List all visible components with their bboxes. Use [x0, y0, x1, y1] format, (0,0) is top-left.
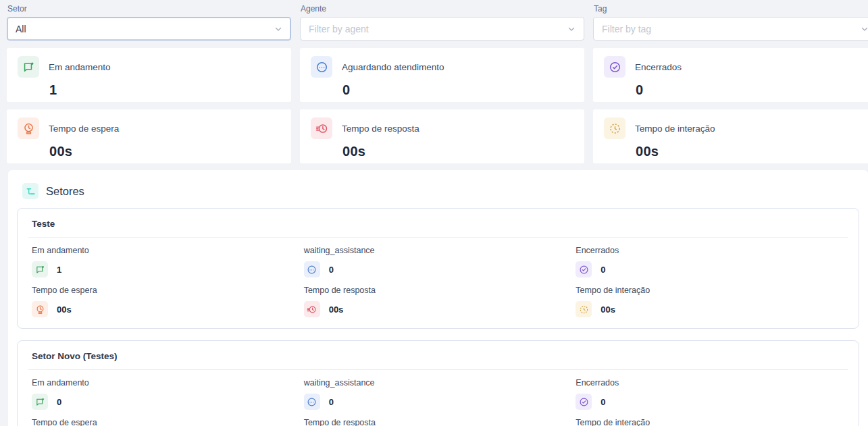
sector-card: TesteEm andamento1waiting_assistance0Enc… — [17, 208, 859, 329]
sector-stat-label: Tempo de resposta — [304, 418, 576, 426]
summary-card-label: Tempo de resposta — [342, 124, 419, 134]
sector-stat: waiting_assistance0 — [304, 370, 576, 410]
sector-stat: waiting_assistance0 — [304, 238, 576, 277]
summary-card-value: 00s — [636, 144, 867, 159]
sector-stat: Em andamento0 — [32, 370, 304, 410]
check-circle-icon — [576, 261, 592, 277]
sectors-title: Setores — [46, 185, 84, 198]
sector-stat: Tempo de interação00s — [576, 277, 848, 317]
check-circle-icon — [576, 394, 592, 410]
sector-stat-label: Em andamento — [32, 246, 304, 255]
summary-card-value: 00s — [49, 144, 280, 159]
chat-square-icon — [18, 56, 39, 78]
sector-stat-label: Encerrados — [576, 246, 848, 255]
sector-stat: Encerrados0 — [576, 370, 848, 410]
filter-tag-label: Tag — [594, 4, 868, 14]
waiting-dots-icon — [304, 394, 320, 410]
sector-stat-label: Tempo de espera — [32, 286, 304, 295]
summary-card-label: Encerrados — [635, 62, 682, 72]
sector-stat-label: Encerrados — [576, 378, 848, 388]
sector-stat-label: Tempo de resposta — [304, 286, 576, 295]
sector-stat: Encerrados0 — [576, 238, 848, 277]
sectors-flow-icon — [22, 183, 39, 199]
chevron-down-icon — [861, 25, 868, 33]
summary-card-label: Aguardando atendimento — [342, 62, 444, 72]
filters-row: Setor All Agente Filter by agent Tag Fil… — [0, 0, 868, 41]
sector-stat-label: Em andamento — [32, 378, 304, 388]
sector-stat-value: 00s — [601, 304, 615, 315]
sector-stat-value: 0 — [601, 397, 605, 407]
chevron-down-icon — [567, 25, 576, 33]
sector-stat-value: 0 — [329, 397, 334, 407]
chevron-down-icon — [274, 25, 282, 33]
sector-card-title: Teste — [28, 217, 848, 238]
sector-stat-label: waiting_assistance — [304, 378, 576, 388]
agente-select-placeholder: Filter by agent — [309, 24, 369, 34]
sector-card: Setor Novo (Testes)Em andamento0waiting_… — [17, 340, 859, 426]
summary-card-tempo-de-interacao: Tempo de interação00s — [593, 109, 868, 163]
clock-dashed-icon — [576, 301, 592, 317]
summary-card-value: 1 — [49, 82, 280, 98]
sector-stat: Em andamento1 — [32, 238, 304, 277]
dashboard-page: Setor All Agente Filter by agent Tag Fil… — [0, 0, 868, 426]
summary-card-label: Em andamento — [49, 62, 111, 72]
sector-stat: Tempo de resposta00s — [304, 410, 576, 426]
summary-card-aguardando-atendimento: Aguardando atendimento0 — [300, 48, 584, 102]
tag-select[interactable]: Filter by tag — [593, 17, 868, 41]
summary-cards-grid: Em andamento1Aguardando atendimento0Ence… — [0, 41, 868, 163]
chat-square-icon — [32, 261, 48, 277]
sector-stat-value: 0 — [329, 265, 334, 275]
agente-select[interactable]: Filter by agent — [300, 17, 584, 41]
sector-stat: Tempo de resposta00s — [304, 277, 576, 317]
filter-setor-label: Setor — [7, 4, 291, 14]
summary-card-value: 0 — [636, 82, 867, 98]
waiting-dots-icon — [311, 56, 332, 78]
filter-agente-label: Agente — [301, 4, 584, 14]
filter-tag: Tag Filter by tag — [593, 4, 868, 41]
summary-card-encerrados: Encerrados0 — [593, 48, 868, 102]
sector-stat-value: 00s — [57, 304, 72, 315]
check-circle-icon — [604, 56, 626, 78]
clock-fast-icon — [311, 117, 332, 139]
sector-stat-value: 0 — [601, 265, 605, 275]
sector-stat-label: Tempo de interação — [576, 418, 848, 426]
summary-card-em-andamento: Em andamento1 — [7, 48, 291, 102]
sector-stat-label: Tempo de interação — [576, 286, 848, 295]
sector-stat-label: Tempo de espera — [32, 418, 304, 426]
sectors-header: Setores — [16, 178, 860, 208]
filter-agente: Agente Filter by agent — [300, 4, 584, 41]
sector-cards-list: TesteEm andamento1waiting_assistance0Enc… — [16, 208, 860, 426]
clock-fast-icon — [304, 301, 320, 317]
setor-select[interactable]: All — [7, 17, 291, 41]
summary-card-label: Tempo de espera — [49, 124, 119, 134]
sector-stat: Tempo de espera00s — [32, 410, 304, 426]
sector-stat-value: 0 — [57, 397, 61, 407]
clock-stand-icon — [32, 301, 48, 317]
clock-dashed-icon — [604, 117, 626, 139]
sector-stat: Tempo de espera00s — [32, 277, 304, 317]
chat-square-icon — [32, 394, 48, 410]
summary-card-value: 00s — [342, 144, 573, 159]
summary-card-value: 0 — [342, 82, 573, 98]
sector-stat: Tempo de interação00s — [576, 410, 848, 426]
sector-stat-value: 00s — [329, 304, 344, 315]
summary-card-tempo-de-resposta: Tempo de resposta00s — [300, 109, 584, 163]
setor-select-value: All — [16, 24, 26, 34]
summary-card-tempo-de-espera: Tempo de espera00s — [7, 109, 291, 163]
sector-stat-value: 1 — [57, 265, 61, 275]
sector-card-title: Setor Novo (Testes) — [28, 350, 848, 370]
tag-select-placeholder: Filter by tag — [602, 24, 651, 34]
sector-stat-label: waiting_assistance — [304, 246, 576, 255]
summary-card-label: Tempo de interação — [635, 124, 715, 134]
filter-setor: Setor All — [7, 4, 291, 41]
clock-stand-icon — [18, 117, 39, 139]
waiting-dots-icon — [304, 261, 320, 277]
sectors-panel: Setores TesteEm andamento1waiting_assist… — [8, 170, 868, 426]
